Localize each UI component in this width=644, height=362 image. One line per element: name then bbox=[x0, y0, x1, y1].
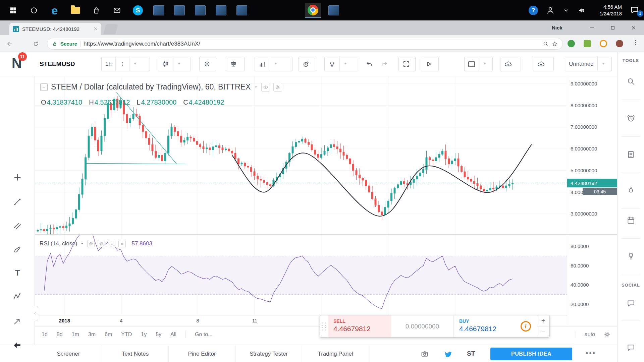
buy-button[interactable]: BUY 4.46679812 bbox=[454, 315, 514, 337]
alerts-clock-icon[interactable] bbox=[624, 112, 638, 125]
amount-decrease-button[interactable]: − bbox=[537, 326, 549, 337]
crosshair-tool-icon[interactable] bbox=[10, 170, 25, 185]
range-ytd[interactable]: YTD bbox=[121, 331, 132, 338]
tab-pine-editor[interactable]: Pine Editor bbox=[169, 345, 235, 362]
range-1m[interactable]: 1m bbox=[72, 331, 79, 338]
pane-divider[interactable] bbox=[35, 234, 617, 235]
bookmark-star-icon[interactable] bbox=[552, 41, 558, 47]
range-5d[interactable]: 5d bbox=[57, 331, 63, 338]
compare-button[interactable] bbox=[226, 57, 245, 71]
undo-button[interactable] bbox=[362, 57, 376, 71]
tray-chevron-icon[interactable] bbox=[563, 7, 570, 14]
url-text[interactable]: https://www.tradingview.com/chart/e383AU… bbox=[84, 41, 540, 47]
cortana-button[interactable] bbox=[26, 3, 42, 18]
auto-scale-label[interactable]: auto bbox=[585, 331, 595, 338]
hide-series-icon[interactable] bbox=[261, 83, 270, 92]
window-minimize-button[interactable] bbox=[582, 20, 602, 35]
publish-idea-button[interactable]: PUBLISH IDEA bbox=[490, 348, 572, 360]
rsi-label[interactable]: RSI (14, close) bbox=[40, 240, 77, 247]
widget-drag-handle[interactable] bbox=[320, 315, 328, 337]
tab-close-icon[interactable] bbox=[93, 26, 98, 31]
private-chat-icon[interactable] bbox=[624, 341, 638, 354]
go-to-date[interactable]: Go to... bbox=[195, 331, 212, 338]
people-icon[interactable] bbox=[546, 6, 555, 15]
collapse-panel-handle[interactable] bbox=[33, 306, 38, 321]
watchlist-search-icon[interactable] bbox=[624, 75, 638, 88]
more-options-icon[interactable]: ••• bbox=[586, 349, 596, 357]
trade-info-icon[interactable]: i bbox=[514, 315, 537, 337]
symbol-button[interactable]: STEEMUSD bbox=[40, 57, 75, 71]
taskbar-window-thumbnail[interactable] bbox=[326, 3, 341, 18]
extension-icon-1[interactable] bbox=[568, 40, 575, 47]
range-1y[interactable]: 1y bbox=[141, 331, 147, 338]
page-zoom-icon[interactable] bbox=[543, 41, 549, 47]
replay-button[interactable] bbox=[421, 57, 439, 71]
hotlists-flame-icon[interactable] bbox=[624, 183, 638, 197]
browser-tab[interactable]: STEEMUSD: 4.42480192 bbox=[9, 23, 101, 35]
extension-icon-4[interactable] bbox=[616, 40, 623, 47]
file-explorer-icon[interactable] bbox=[68, 3, 83, 18]
load-layout-button[interactable] bbox=[500, 57, 521, 71]
skype-icon[interactable]: S bbox=[130, 3, 146, 18]
fullscreen-button[interactable] bbox=[398, 57, 416, 71]
layout-dropdown-icon[interactable] bbox=[479, 57, 490, 71]
interval-dropdown-icon[interactable] bbox=[129, 57, 141, 71]
chrome-icon[interactable] bbox=[305, 3, 321, 18]
window-maximize-button[interactable] bbox=[602, 20, 623, 35]
tab-screener[interactable]: Screener bbox=[35, 345, 102, 362]
extension-icon-3[interactable] bbox=[600, 40, 607, 47]
brush-tool-icon[interactable] bbox=[10, 242, 25, 257]
tab-trading-panel[interactable]: Trading Panel bbox=[302, 345, 369, 362]
ideas-bulb-icon[interactable] bbox=[624, 249, 638, 262]
start-button[interactable] bbox=[5, 3, 21, 18]
browser-profile-name[interactable]: Nick bbox=[552, 20, 562, 35]
taskbar-window-thumbnail[interactable] bbox=[172, 3, 187, 18]
axis-settings-icon[interactable] bbox=[604, 331, 610, 338]
browser-menu-icon[interactable] bbox=[632, 39, 639, 46]
chart-type-dropdown-icon[interactable] bbox=[173, 57, 185, 71]
sell-button[interactable]: SELL 4.46679812 bbox=[328, 315, 391, 337]
cursor-arrow-tool-icon[interactable] bbox=[10, 338, 25, 353]
store-icon[interactable] bbox=[89, 3, 104, 18]
extension-icon-2[interactable] bbox=[584, 40, 591, 47]
taskbar-window-thumbnail[interactable] bbox=[213, 3, 229, 18]
help-icon[interactable]: ? bbox=[529, 6, 538, 15]
forecast-tool-icon[interactable] bbox=[10, 314, 25, 328]
rsi-axis[interactable]: 80.000060.000040.000020.0000 bbox=[567, 235, 617, 315]
indicators-icon[interactable] bbox=[255, 57, 270, 71]
range-1d[interactable]: 1d bbox=[42, 331, 48, 338]
taskbar-window-thumbnail[interactable] bbox=[151, 3, 166, 18]
back-button[interactable] bbox=[5, 39, 15, 49]
range-5y[interactable]: 5y bbox=[156, 331, 161, 338]
rsi-remove-icon[interactable]: × bbox=[118, 240, 126, 247]
chat-icon[interactable] bbox=[624, 297, 638, 310]
alert-button[interactable] bbox=[299, 57, 316, 71]
chart-title[interactable]: STEEM / Dollar (calculated by TradingVie… bbox=[51, 82, 251, 92]
range-6m[interactable]: 6m bbox=[105, 331, 112, 338]
mail-icon[interactable] bbox=[109, 3, 125, 18]
range-all[interactable]: All bbox=[170, 331, 176, 338]
trend-line-tool-icon[interactable] bbox=[10, 194, 25, 209]
candlestick-type-icon[interactable] bbox=[158, 57, 173, 71]
snapshot-camera-icon[interactable] bbox=[420, 349, 429, 359]
amount-increase-button[interactable]: + bbox=[537, 315, 549, 326]
rsi-settings-icon[interactable] bbox=[98, 240, 105, 247]
stocktwits-label[interactable]: ST bbox=[467, 350, 475, 357]
pattern-tool-icon[interactable] bbox=[10, 289, 25, 304]
layout-name-dropdown-icon[interactable] bbox=[598, 57, 609, 71]
secure-lock-icon[interactable] bbox=[52, 41, 57, 47]
taskbar-window-thumbnail[interactable] bbox=[193, 3, 208, 18]
price-axis[interactable]: 4.42480192 03:45 9.000000008.000000007.0… bbox=[567, 76, 617, 235]
indicators-dropdown-icon[interactable] bbox=[270, 57, 281, 71]
fib-tool-icon[interactable] bbox=[10, 219, 25, 234]
edge-icon[interactable]: e bbox=[47, 3, 62, 18]
rsi-hide-icon[interactable] bbox=[87, 240, 95, 247]
layout-select-icon[interactable] bbox=[465, 57, 479, 71]
chart-title-dropdown-icon[interactable] bbox=[254, 85, 258, 89]
tab-text-notes[interactable]: Text Notes bbox=[102, 345, 169, 362]
news-icon[interactable] bbox=[624, 148, 638, 161]
interval-button[interactable]: 1h bbox=[102, 57, 115, 71]
text-tool-icon[interactable]: T bbox=[10, 265, 25, 280]
notifications-icon[interactable]: 1 bbox=[630, 5, 641, 15]
order-amount-field[interactable]: 0.00000000 bbox=[391, 315, 454, 337]
